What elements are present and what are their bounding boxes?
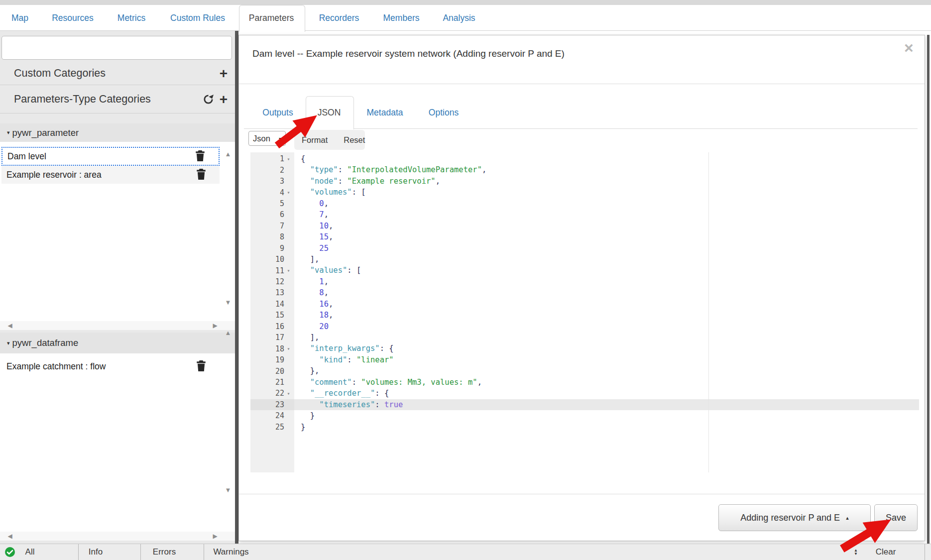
dialog-tab-json[interactable]: JSON bbox=[318, 96, 341, 129]
gutter-line-number: 8 bbox=[250, 231, 294, 242]
scroll-left-icon[interactable]: ◀ bbox=[5, 322, 15, 329]
gutter-line-number: 10 bbox=[250, 254, 294, 265]
fold-caret-icon[interactable]: ▾ bbox=[284, 190, 293, 195]
tab-recorders[interactable]: Recorders bbox=[319, 5, 359, 31]
status-filter-all[interactable]: All bbox=[25, 544, 35, 560]
pywr-parameter-list: Dam level Example reservoir : area bbox=[0, 142, 235, 321]
code-line: "timeseries": true bbox=[294, 399, 919, 410]
gutter-line-number: 12 bbox=[250, 276, 294, 287]
code-line: 7, bbox=[294, 209, 919, 220]
scenario-dropdown-button[interactable]: Adding reservoir P and E ▴ bbox=[718, 504, 871, 531]
tab-resources[interactable]: Resources bbox=[52, 5, 94, 31]
group-label: pywr_parameter bbox=[12, 127, 79, 138]
status-filter-errors[interactable]: Errors bbox=[153, 544, 176, 560]
editor-code[interactable]: { "type": "InterpolatedVolumeParameter",… bbox=[294, 152, 919, 472]
dialog-tab-metadata[interactable]: Metadata bbox=[367, 96, 403, 129]
status-divider bbox=[78, 544, 79, 560]
dialog-tab-outputs[interactable]: Outputs bbox=[262, 96, 293, 129]
caret-up-icon: ▴ bbox=[846, 515, 849, 521]
tab-metrics[interactable]: Metrics bbox=[117, 5, 145, 31]
scroll-up-icon[interactable]: ▲ bbox=[223, 329, 233, 336]
group-pywr-dataframe[interactable]: ▾ pywr_dataframe bbox=[0, 333, 235, 353]
status-filter-warnings[interactable]: Warnings bbox=[213, 544, 248, 560]
status-divider bbox=[140, 544, 141, 560]
gutter-line-number: 2 bbox=[250, 164, 294, 175]
horizontal-scrollbar[interactable]: ◀ ▶ bbox=[0, 321, 235, 330]
code-line: 18, bbox=[294, 310, 919, 321]
fold-caret-icon[interactable]: ▾ bbox=[284, 268, 293, 273]
code-line: 16, bbox=[294, 299, 919, 310]
list-item-dam-level[interactable]: Dam level bbox=[1, 147, 220, 166]
parameter-dialog: Dam level -- Example reservoir system ne… bbox=[238, 35, 925, 541]
list-item-label: Dam level bbox=[7, 151, 194, 162]
add-custom-category-button[interactable]: + bbox=[216, 62, 231, 85]
close-icon[interactable]: × bbox=[901, 39, 917, 56]
sort-icon[interactable]: ▲ ▼ bbox=[850, 544, 861, 560]
fold-caret-icon[interactable]: ▾ bbox=[284, 391, 293, 396]
status-check-icon bbox=[5, 547, 15, 557]
code-line: "volumes": [ bbox=[294, 187, 919, 198]
tab-members[interactable]: Members bbox=[383, 5, 420, 31]
tab-analysis[interactable]: Analysis bbox=[443, 5, 475, 31]
save-button[interactable]: Save bbox=[874, 504, 918, 531]
refresh-icon[interactable] bbox=[201, 86, 215, 113]
gutter-line-number: 22▾ bbox=[250, 388, 294, 399]
format-button[interactable]: Format bbox=[302, 135, 328, 145]
code-line: 25 bbox=[294, 243, 919, 254]
status-divider bbox=[204, 544, 204, 560]
horizontal-scrollbar[interactable]: ◀ ▶ bbox=[0, 532, 235, 541]
scroll-left-icon[interactable]: ◀ bbox=[5, 533, 15, 540]
scroll-down-icon[interactable]: ▼ bbox=[223, 486, 233, 494]
code-line: ], bbox=[294, 254, 919, 265]
code-line: }, bbox=[294, 365, 919, 376]
code-line: "__recorder__": { bbox=[294, 388, 919, 399]
trash-icon[interactable] bbox=[195, 168, 208, 181]
gutter-line-number: 7 bbox=[250, 221, 294, 231]
scroll-right-icon[interactable]: ▶ bbox=[210, 322, 220, 329]
reset-button[interactable]: Reset bbox=[344, 135, 365, 145]
chevron-down-icon: ▾ bbox=[279, 136, 281, 141]
dialog-tab-options[interactable]: Options bbox=[429, 96, 459, 129]
pywr-dataframe-list: Example catchment : flow bbox=[0, 353, 235, 532]
code-line: "node": "Example reservoir", bbox=[294, 176, 919, 187]
clear-log-button[interactable]: Clear bbox=[876, 544, 896, 560]
status-filter-info[interactable]: Info bbox=[89, 544, 103, 560]
json-mode-select[interactable]: Json ▾ bbox=[248, 131, 286, 146]
code-line: "interp_kwargs": { bbox=[294, 343, 919, 354]
scroll-down-icon[interactable]: ▼ bbox=[223, 299, 233, 306]
list-item-example-catchment-flow[interactable]: Example catchment : flow bbox=[1, 357, 220, 375]
code-line: "kind": "linear" bbox=[294, 354, 919, 365]
gutter-line-number: 16 bbox=[250, 321, 294, 332]
add-param-type-category-button[interactable]: + bbox=[216, 86, 231, 113]
dialog-right-edge bbox=[927, 35, 930, 560]
tab-custom-rules[interactable]: Custom Rules bbox=[170, 5, 225, 31]
dialog-header-separator bbox=[239, 84, 925, 84]
window-top-strip bbox=[0, 0, 931, 5]
category-search-input[interactable] bbox=[1, 36, 232, 60]
code-line: ], bbox=[294, 332, 919, 343]
fold-caret-icon[interactable]: ▾ bbox=[284, 156, 293, 162]
list-item-example-reservoir-area[interactable]: Example reservoir : area bbox=[1, 166, 220, 184]
scroll-up-icon[interactable]: ▲ bbox=[223, 150, 233, 158]
code-line: 0, bbox=[294, 198, 919, 209]
code-line: 1, bbox=[294, 276, 919, 287]
gutter-line-number: 24 bbox=[250, 410, 294, 421]
code-line: 20 bbox=[294, 321, 919, 332]
gutter-line-number: 25 bbox=[250, 422, 294, 433]
group-pywr-parameter[interactable]: ▾ pywr_parameter bbox=[0, 123, 235, 142]
gutter-line-number: 23 bbox=[250, 399, 294, 410]
gutter-line-number: 19 bbox=[250, 354, 294, 365]
trash-icon[interactable] bbox=[194, 150, 207, 163]
tab-parameters[interactable]: Parameters bbox=[249, 5, 294, 31]
status-divider bbox=[925, 544, 925, 560]
code-line: "comment": "volumes: Mm3, values: m", bbox=[294, 377, 919, 388]
app: Map Resources Metrics Custom Rules Param… bbox=[0, 0, 931, 560]
trash-icon[interactable] bbox=[195, 360, 208, 373]
fold-caret-icon[interactable]: ▾ bbox=[284, 346, 293, 351]
editor-gutter: 1▾234▾567891011▾12131415161718▾19202122▾… bbox=[250, 152, 294, 472]
refresh-icon-glyph bbox=[203, 94, 214, 105]
sidebar-splitter[interactable] bbox=[235, 31, 238, 544]
tab-map[interactable]: Map bbox=[11, 5, 28, 31]
scroll-right-icon[interactable]: ▶ bbox=[210, 533, 220, 540]
code-line: 10, bbox=[294, 221, 919, 231]
